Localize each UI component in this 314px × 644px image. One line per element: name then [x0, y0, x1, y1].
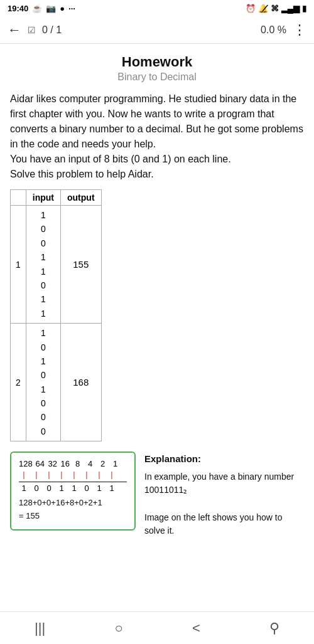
explanation-line1: In example, you have a binary number 100… [144, 472, 294, 495]
dots-icon: ··· [68, 4, 75, 13]
explanation-label: Explanation: [144, 451, 304, 466]
val-2: 0 [31, 483, 41, 493]
line-1: | [19, 470, 29, 479]
formula-result: = 155 [19, 510, 127, 523]
val-4: 1 [57, 483, 67, 493]
bit-16: 16 [60, 459, 70, 468]
description-text-1: Aidar likes computer programming. He stu… [10, 93, 303, 149]
nav-left: ← ☑ 0 / 1 [8, 22, 62, 38]
explanation-box: 128 64 32 16 8 4 2 1 | | | | | | | | 1 [10, 451, 136, 531]
back-button[interactable]: ← [8, 22, 21, 38]
wifi-icon: ⌘ [271, 4, 279, 13]
col-input-header: input [26, 190, 60, 206]
line-5: | [69, 470, 79, 479]
battery-icon: ▮ [302, 4, 306, 13]
line-4: | [57, 470, 67, 479]
homework-subtitle: Binary to Decimal [10, 71, 304, 83]
status-right: ⏰ 🔔̸ ⌘ ▂▄▆ ▮ [246, 4, 306, 13]
row-1-output: 155 [61, 206, 102, 324]
bit-64: 64 [35, 459, 45, 468]
line-3: | [44, 470, 54, 479]
val-1: 1 [19, 483, 29, 493]
description-text-3: Solve this problem to help Aidar. [10, 169, 154, 179]
bit-1: 1 [111, 459, 121, 468]
status-left: 19:40 ☕ 📷 ● ··· [8, 4, 75, 13]
description-text-2: You have an input of 8 bits (0 and 1) on… [10, 154, 231, 164]
more-button[interactable]: ⋮ [293, 22, 306, 38]
table-row: 1 10011011 155 [11, 206, 102, 324]
photo-icon: 📷 [46, 4, 56, 13]
row-2-num: 2 [11, 324, 26, 441]
silent-icon: 🔔̸ [258, 4, 268, 13]
val-7: 1 [94, 483, 104, 493]
bit-128: 128 [19, 459, 33, 468]
alarm-icon: ⏰ [246, 4, 256, 13]
col-num-header [11, 190, 26, 206]
values-row: 1 0 0 1 1 0 1 1 [19, 482, 127, 493]
main-content: Homework Binary to Decimal Aidar likes c… [0, 44, 314, 538]
bit-2: 2 [98, 459, 108, 468]
prev-nav-button[interactable]: < [177, 615, 215, 641]
description: Aidar likes computer programming. He stu… [10, 92, 304, 182]
line-2: | [31, 470, 41, 479]
status-bar: 19:40 ☕ 📷 ● ··· ⏰ 🔔̸ ⌘ ▂▄▆ ▮ [0, 0, 314, 17]
row-1-input: 10011011 [26, 206, 60, 324]
line-8: | [107, 470, 117, 479]
row-2-input: 10101000 [26, 324, 60, 441]
camera-icon: ● [60, 4, 65, 13]
formula-line: 128+0+0+16+8+0+2+1 [19, 497, 127, 510]
person-nav-button[interactable]: ⚲ [254, 615, 295, 641]
row-2-output: 168 [61, 324, 102, 441]
col-output-header: output [61, 190, 102, 206]
message-icon: ☕ [32, 4, 42, 13]
val-8: 1 [107, 483, 117, 493]
nav-bar: ← ☑ 0 / 1 0.0 % ⋮ [0, 17, 314, 44]
lines-row: | | | | | | | | [19, 470, 127, 479]
table-row: 2 10101000 168 [11, 324, 102, 441]
signal-icon: ▂▄▆ [281, 4, 300, 13]
val-3: 0 [44, 483, 54, 493]
percent-label: 0.0 % [261, 24, 286, 36]
io-table: input output 1 10011011 155 2 10101000 1… [10, 189, 102, 441]
bit-8: 8 [73, 459, 83, 468]
progress-label: 0 / 1 [42, 24, 62, 36]
check-icon: ☑ [28, 25, 36, 35]
bit-4: 4 [85, 459, 95, 468]
bits-row: 128 64 32 16 8 4 2 1 [19, 459, 127, 468]
line-7: | [94, 470, 104, 479]
row-1-num: 1 [11, 206, 26, 324]
bit-32: 32 [48, 459, 58, 468]
homework-title: Homework [10, 54, 304, 70]
bottom-nav: ||| ○ < ⚲ [0, 611, 314, 644]
back-nav-button[interactable]: ||| [19, 615, 60, 641]
nav-right: 0.0 % ⋮ [261, 22, 306, 38]
explanation-line2: Image on the left shows you how to solve… [144, 512, 282, 536]
explanation-section: 128 64 32 16 8 4 2 1 | | | | | | | | 1 [10, 451, 304, 538]
status-time: 19:40 [8, 4, 28, 13]
home-nav-button[interactable]: ○ [99, 615, 138, 641]
val-5: 1 [69, 483, 79, 493]
val-6: 0 [82, 483, 92, 493]
line-6: | [82, 470, 92, 479]
formula: 128+0+0+16+8+0+2+1 = 155 [19, 497, 127, 523]
explanation-text: Explanation: In example, you have a bina… [144, 451, 304, 538]
